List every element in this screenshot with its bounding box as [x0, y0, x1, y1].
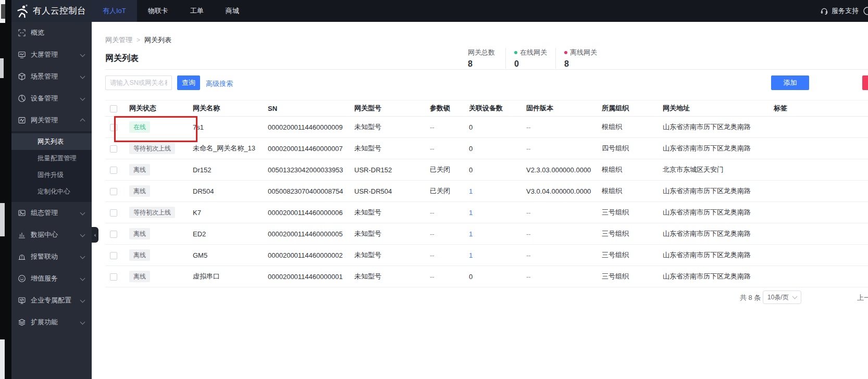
- cell-firmware: --: [523, 145, 599, 153]
- column-header: 关联设备数: [466, 104, 523, 113]
- sidebar-item[interactable]: 企业专属配置: [11, 289, 92, 311]
- select-all-checkbox[interactable]: [110, 105, 117, 112]
- topnav-tab[interactable]: 有人IoT: [92, 0, 137, 22]
- cell-sn: 00002000114460000006: [265, 209, 351, 217]
- page-size-select[interactable]: 10条/页: [763, 290, 801, 304]
- column-header: 网关型号: [351, 104, 427, 113]
- status-badge: 等待初次上线: [129, 143, 175, 154]
- cell-device-count[interactable]: 1: [466, 187, 523, 195]
- cell-sn: 00500823070400008754: [265, 187, 351, 195]
- cell-status: 等待初次上线: [126, 207, 190, 218]
- cell-model: USR-DR504: [351, 187, 427, 195]
- sidebar-item[interactable]: 大屏管理: [11, 44, 92, 66]
- sidebar-item[interactable]: 数据中心: [11, 224, 92, 246]
- cell-model: 未知型号: [351, 122, 427, 132]
- sidebar-item[interactable]: 网关管理: [11, 109, 92, 131]
- chevron-down-icon: [80, 73, 85, 79]
- chevron-up-icon: [80, 119, 85, 124]
- cell-org: 三号组织: [599, 229, 660, 238]
- search-input[interactable]: [105, 75, 172, 90]
- cell-device-count: 0: [466, 123, 523, 131]
- advanced-search-link[interactable]: 高级搜索: [206, 79, 233, 89]
- sidebar-item[interactable]: 增值服务: [11, 268, 92, 289]
- cell-sn: 00002000114460000007: [265, 145, 351, 153]
- usr-runner-logo-icon: [15, 4, 29, 18]
- sidebar-collapse-handle[interactable]: ‹: [92, 227, 98, 243]
- table-body: 在线7s100002000114460000009未知型号--0--根组织山东省…: [105, 117, 868, 287]
- cell-device-count[interactable]: 1: [466, 209, 523, 217]
- status-badge: 离线: [129, 164, 150, 175]
- sidebar-item[interactable]: 报警联动: [11, 246, 92, 268]
- query-button[interactable]: 查询: [177, 75, 200, 90]
- row-checkbox[interactable]: [110, 124, 117, 131]
- cell-gateway-name: GM5: [190, 251, 265, 259]
- row-checkbox[interactable]: [110, 145, 117, 153]
- header-checkbox-cell: [105, 104, 126, 113]
- table-row: 离线虚拟串口00002000114460000001未知型号--0--三号组织山…: [105, 266, 868, 287]
- cell-firmware: --: [523, 123, 599, 131]
- sidebar-item[interactable]: 概览: [11, 22, 92, 44]
- cell-param-lock: --: [427, 209, 466, 217]
- topbar-right[interactable]: 服务支持: [820, 0, 859, 22]
- cell-org: 根组织: [599, 122, 660, 132]
- sidebar-subitem[interactable]: 网关列表: [11, 133, 92, 150]
- breadcrumb-parent[interactable]: 网关管理: [105, 35, 132, 45]
- cell-device-count: 0: [466, 145, 523, 153]
- column-header: 参数锁: [427, 104, 466, 113]
- danger-button[interactable]: [862, 75, 868, 90]
- row-checkbox[interactable]: [110, 252, 117, 259]
- row-checkbox-cell: [105, 208, 126, 217]
- chevron-down-icon: [80, 232, 85, 237]
- background-window-fragment: [0, 203, 5, 236]
- cell-model: 未知型号: [351, 272, 427, 281]
- chevron-down-icon: [80, 275, 85, 281]
- column-header: 所属组织: [599, 104, 660, 113]
- row-checkbox[interactable]: [110, 231, 117, 238]
- cell-gateway-name: 7s1: [190, 123, 265, 131]
- row-checkbox[interactable]: [110, 209, 117, 217]
- sidebar-item[interactable]: 场景管理: [11, 66, 92, 87]
- column-header: 标签: [771, 104, 868, 113]
- cell-device-count[interactable]: 1: [466, 251, 523, 259]
- background-window-fragment: [0, 339, 5, 379]
- extension-icon: [17, 318, 26, 327]
- row-checkbox[interactable]: [110, 273, 117, 281]
- cell-org: 三号组织: [599, 208, 660, 217]
- cell-org: 三号组织: [599, 250, 660, 260]
- prev-page-button[interactable]: 上一页: [857, 293, 868, 302]
- column-header: 网关名称: [190, 104, 265, 113]
- topnav-tab[interactable]: 物联卡: [137, 0, 179, 22]
- cell-device-count[interactable]: 1: [466, 230, 523, 238]
- main-content: 网关管理 > 网关列表 网关列表 网关总数 8 在线网关 0 离线网关 8 查询…: [92, 22, 868, 379]
- row-checkbox[interactable]: [110, 188, 117, 195]
- status-badge: 在线: [129, 121, 150, 133]
- sidebar-item[interactable]: 组态管理: [11, 202, 92, 224]
- topnav-tab[interactable]: 商城: [215, 0, 250, 22]
- headset-icon: [820, 7, 828, 15]
- cell-address: 山东省济南市历下区龙奥南路: [660, 186, 771, 196]
- sidebar-subitem[interactable]: 固件升级: [11, 167, 92, 183]
- table-row: 等待初次上线未命名_网关名称_1300002000114460000007未知型…: [105, 138, 868, 159]
- page-size-value: 10条/页: [767, 293, 789, 302]
- topnav-tab[interactable]: 工单: [179, 0, 215, 22]
- sidebar-subitem[interactable]: 定制化中心: [11, 183, 92, 200]
- sidebar-item[interactable]: 设备管理: [11, 87, 92, 109]
- sidebar-item-label: 概览: [31, 28, 84, 37]
- sidebar-item-label: 设备管理: [31, 94, 81, 103]
- column-header: SN: [265, 105, 351, 112]
- divider: [105, 69, 868, 70]
- sidebar-subitem[interactable]: 批量配置管理: [11, 150, 92, 167]
- stat-online-value: 0: [514, 59, 547, 69]
- row-checkbox-cell: [105, 272, 126, 281]
- sidebar-item-label: 企业专属配置: [31, 296, 81, 305]
- sidebar-nav: 概览大屏管理场景管理设备管理网关管理网关列表批量配置管理固件升级定制化中心组态管…: [11, 22, 92, 333]
- breadcrumb: 网关管理 > 网关列表: [105, 35, 171, 45]
- background-window-fragment: [0, 58, 4, 78]
- device-icon: [17, 94, 26, 103]
- row-checkbox[interactable]: [110, 167, 117, 174]
- sidebar-item[interactable]: 扩展功能: [11, 311, 92, 333]
- sidebar-item-label: 网关管理: [31, 116, 81, 125]
- column-header: 固件版本: [523, 104, 599, 113]
- user-menu-icon[interactable]: [862, 6, 868, 16]
- add-button[interactable]: 添加: [771, 75, 809, 90]
